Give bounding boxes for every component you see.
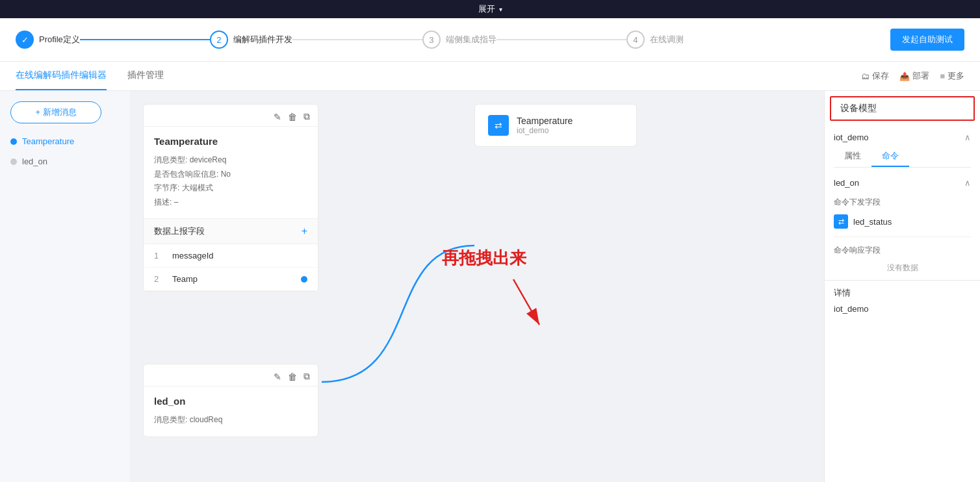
- field-row-1: 1 messageId: [144, 244, 318, 268]
- cmd-response-label: 命令响应字段: [834, 241, 971, 259]
- edit-icon[interactable]: ✎: [274, 112, 281, 122]
- field-name-1: messageId: [172, 251, 214, 260]
- edit-icon-2[interactable]: ✎: [274, 372, 281, 382]
- card-toolbar-1: ✎ 🗑 ⧉: [144, 105, 318, 127]
- save-action[interactable]: 🗂 保存: [861, 70, 889, 82]
- step-4-label: 在线调测: [650, 34, 684, 45]
- step-1: ✓ Profile定义: [16, 31, 80, 49]
- right-section-model: iot_demo ∧ 属性 命令 led_on ∧ 命令下发字段 ⇄ led: [825, 126, 980, 277]
- step-2-label: 编解码插件开发: [233, 34, 292, 45]
- field-num-1: 1: [154, 251, 164, 260]
- target-sub: iot_demo: [517, 126, 573, 135]
- card-title-1: Teamperature: [154, 136, 307, 147]
- save-label: 保存: [872, 70, 889, 82]
- message-card-ledon: ✎ 🗑 ⧉ led_on 消息类型: cloudReq: [143, 364, 318, 437]
- center-canvas: ✎ 🗑 ⧉ Teamperature 消息类型: deviceReq 是否包含响…: [130, 91, 824, 482]
- copy-icon-2[interactable]: ⧉: [303, 371, 310, 382]
- copy-icon[interactable]: ⧉: [303, 111, 310, 122]
- add-message-button[interactable]: + 新增消息: [10, 101, 101, 123]
- more-action[interactable]: ≡ 更多: [940, 70, 964, 82]
- cmd-down-fields-label: 命令下发字段: [834, 193, 971, 210]
- card-toolbar-2: ✎ 🗑 ⧉: [144, 364, 318, 387]
- field-name-2: Teamp: [172, 274, 198, 284]
- cmd-group-header: led_on ∧: [834, 173, 971, 193]
- step-1-label: Profile定义: [39, 34, 80, 45]
- field-row-2: 2 Teamp: [144, 268, 318, 291]
- step-3-label: 端侧集成指导: [446, 34, 496, 45]
- divider: [834, 236, 971, 237]
- card-meta-1: 消息类型: deviceReq 是否包含响应信息: No 字节序: 大端模式 描…: [154, 153, 307, 209]
- cmd-field-icon: ⇄: [834, 214, 848, 229]
- cmd-field-row: ⇄ led_status: [834, 210, 971, 233]
- step-3: 3 端侧集成指导: [422, 31, 496, 49]
- meta-row: 是否包含响应信息: No: [154, 168, 307, 182]
- details-label: 详情: [834, 287, 971, 299]
- model-name: iot_demo: [834, 133, 868, 142]
- target-box: ⇄ Teamperature iot_demo: [474, 104, 637, 147]
- step-bar: ✓ Profile定义 2 编解码插件开发 3 端侧集成指导 4 在线调测 发起…: [0, 18, 980, 62]
- meta-row: 字节序: 大端模式: [154, 181, 307, 196]
- step-line-1: [80, 39, 210, 40]
- message-dot-inactive: [10, 159, 17, 165]
- delete-icon-2[interactable]: 🗑: [288, 372, 297, 382]
- details-section: 详情 iot_demo: [825, 280, 980, 320]
- model-name-row: iot_demo ∧: [834, 126, 971, 146]
- sub-nav-actions: 🗂 保存 📤 部署 ≡ 更多: [861, 70, 964, 82]
- banner-content: 展开 ▾: [478, 3, 502, 15]
- card-title-2: led_on: [154, 396, 307, 407]
- cmd-field-name: led_status: [853, 217, 892, 227]
- main-layout: + 新增消息 Teamperature led_on ✎ 🗑 ⧉: [0, 91, 980, 482]
- step-4: 4 在线调测: [626, 31, 684, 49]
- step-1-circle: ✓: [16, 31, 34, 49]
- step-line-3: [496, 39, 626, 40]
- meta-row-2: 消息类型: cloudReq: [154, 413, 307, 427]
- cmd-group-collapse-icon[interactable]: ∧: [964, 178, 971, 188]
- target-title: Teamperature: [517, 116, 573, 126]
- sub-nav: 在线编解码插件编辑器 插件管理 🗂 保存 📤 部署 ≡ 更多: [0, 62, 980, 91]
- message-name-ledon: led_on: [22, 157, 47, 166]
- step-3-circle: 3: [422, 31, 441, 49]
- step-2: 2 编解码插件开发: [210, 31, 292, 49]
- field-num-2: 2: [154, 274, 164, 284]
- deploy-icon: 📤: [899, 71, 910, 81]
- start-test-button[interactable]: 发起自助测试: [890, 29, 964, 51]
- command-group: led_on ∧ 命令下发字段 ⇄ led_status 命令响应字段 没有数据: [834, 173, 971, 277]
- message-list: Teamperature led_on: [10, 134, 120, 169]
- right-panel: 设备模型 iot_demo ∧ 属性 命令 led_on ∧ 命令下发字段: [824, 91, 980, 482]
- device-model-header: 设备模型: [830, 96, 975, 121]
- list-item[interactable]: led_on: [10, 154, 120, 169]
- field-connector-2[interactable]: [301, 276, 307, 283]
- details-value: iot_demo: [834, 304, 971, 314]
- tab-row: 属性 命令: [834, 146, 971, 168]
- message-dot-active: [10, 138, 17, 145]
- step-2-circle: 2: [210, 31, 228, 49]
- more-icon: ≡: [940, 71, 945, 81]
- tab-property[interactable]: 属性: [834, 146, 871, 167]
- cmd-group-name: led_on: [834, 178, 859, 188]
- add-field-icon-1[interactable]: +: [302, 225, 307, 237]
- section-label-1: 数据上报字段: [154, 225, 205, 237]
- more-label: 更多: [948, 70, 964, 82]
- message-card-teamperature: ✎ 🗑 ⧉ Teamperature 消息类型: deviceReq 是否包含响…: [143, 104, 318, 292]
- target-icon: ⇄: [488, 115, 509, 136]
- list-item[interactable]: Teamperature: [10, 134, 120, 149]
- delete-icon[interactable]: 🗑: [288, 112, 297, 122]
- tab-manage[interactable]: 插件管理: [127, 62, 164, 90]
- deploy-action[interactable]: 📤 部署: [899, 70, 929, 82]
- left-panel: + 新增消息 Teamperature led_on: [0, 91, 130, 482]
- save-icon: 🗂: [861, 71, 870, 81]
- meta-row: 描述: –: [154, 196, 307, 210]
- card-body-2: led_on 消息类型: cloudReq: [144, 387, 318, 437]
- top-banner: 展开 ▾: [0, 0, 980, 18]
- deploy-label: 部署: [912, 70, 929, 82]
- step-4-circle: 4: [626, 31, 645, 49]
- banner-label: 展开: [478, 3, 495, 15]
- card-body-1: Teamperature 消息类型: deviceReq 是否包含响应信息: N…: [144, 127, 318, 218]
- tab-editor[interactable]: 在线编解码插件编辑器: [16, 62, 107, 90]
- meta-row: 消息类型: deviceReq: [154, 153, 307, 168]
- step-line-2: [292, 39, 422, 40]
- chevron-down-icon[interactable]: ▾: [499, 6, 502, 13]
- tab-command[interactable]: 命令: [871, 146, 909, 167]
- collapse-icon[interactable]: ∧: [964, 133, 971, 142]
- target-info: Teamperature iot_demo: [517, 116, 573, 135]
